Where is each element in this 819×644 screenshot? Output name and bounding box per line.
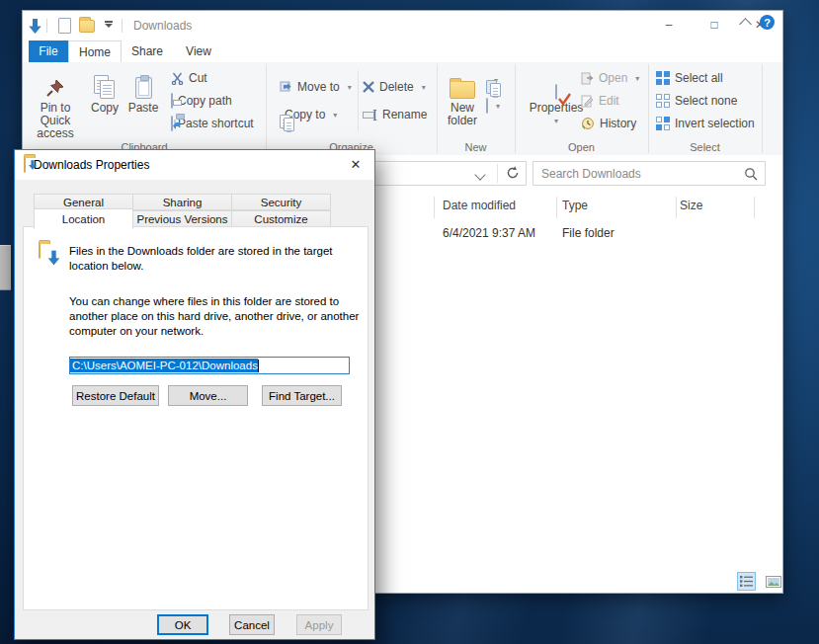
column-header-type[interactable]: Type bbox=[562, 194, 588, 216]
location-tab-panel: Files in the Downloads folder are stored… bbox=[23, 226, 369, 610]
tab-sharing[interactable]: Sharing bbox=[132, 194, 232, 210]
pin-icon bbox=[44, 65, 66, 99]
group-label-select: Select bbox=[648, 141, 762, 153]
help-icon[interactable]: ? bbox=[760, 15, 775, 30]
downloads-folder-icon bbox=[24, 158, 26, 172]
select-all-icon bbox=[656, 71, 670, 85]
open-button: Open bbox=[581, 68, 639, 88]
cancel-button[interactable]: Cancel bbox=[229, 614, 275, 635]
new-folder-label: New folder bbox=[442, 102, 483, 127]
properties-label: Properties bbox=[530, 102, 584, 115]
apply-button[interactable]: Apply bbox=[296, 614, 342, 635]
rename-button[interactable]: Rename bbox=[363, 105, 427, 124]
tab-view[interactable]: View bbox=[173, 40, 224, 62]
cut-button[interactable]: Cut bbox=[171, 68, 207, 88]
desktop-edge-artifact bbox=[0, 245, 11, 290]
pin-label: Pin to Quick access bbox=[25, 102, 86, 140]
paste-shortcut-icon bbox=[171, 117, 173, 130]
column-header-size[interactable]: Size bbox=[680, 194, 702, 216]
thumbnail-view-button[interactable] bbox=[764, 572, 782, 591]
copy-path-button[interactable]: Copy path bbox=[171, 91, 232, 111]
paste-shortcut-label: Paste shortcut bbox=[178, 117, 254, 130]
tab-share[interactable]: Share bbox=[122, 40, 173, 62]
location-change-text: You can change where files in this folde… bbox=[69, 294, 362, 339]
rename-icon bbox=[363, 110, 377, 121]
new-item-button[interactable] bbox=[486, 70, 498, 90]
explorer-titlebar: Downloads – □ ✕ bbox=[23, 11, 782, 40]
delete-icon bbox=[363, 81, 374, 93]
edit-button: Edit bbox=[581, 91, 619, 111]
qat-properties-icon[interactable] bbox=[58, 18, 70, 34]
move-button[interactable]: Move... bbox=[168, 385, 248, 406]
select-none-label: Select none bbox=[675, 94, 737, 108]
easy-access-button[interactable] bbox=[486, 96, 500, 116]
column-header-date-modified[interactable]: Date modified bbox=[443, 194, 516, 216]
group-open: Properties ▾ Open Edit bbox=[515, 62, 648, 155]
paste-button[interactable]: Paste bbox=[125, 65, 161, 115]
paste-shortcut-button[interactable]: Paste shortcut bbox=[171, 114, 254, 133]
tab-security[interactable]: Security bbox=[231, 194, 331, 210]
address-divider bbox=[497, 164, 498, 183]
select-none-button[interactable]: Select none bbox=[656, 91, 737, 111]
ok-button[interactable]: OK bbox=[157, 614, 208, 635]
ribbon-tabstrip: File Home Share View bbox=[23, 40, 782, 63]
downloads-window-icon bbox=[29, 19, 41, 34]
text-caret bbox=[258, 360, 259, 372]
address-dropdown-icon[interactable] bbox=[474, 169, 485, 180]
file-date-modified: 6/4/2021 9:37 AM bbox=[443, 226, 535, 240]
pin-to-quick-access-button[interactable]: Pin to Quick access bbox=[25, 65, 86, 140]
properties-icon bbox=[555, 65, 557, 99]
properties-button[interactable]: Properties ▾ bbox=[536, 65, 576, 127]
copy-to-button[interactable]: Copy to bbox=[280, 105, 337, 124]
details-view-icon bbox=[740, 576, 753, 587]
dialog-tabs: General Sharing Security Location Previo… bbox=[34, 194, 330, 229]
delete-button[interactable]: Delete bbox=[363, 77, 426, 97]
find-target-button[interactable]: Find Target... bbox=[262, 385, 342, 406]
details-view-button[interactable] bbox=[737, 572, 756, 591]
refresh-icon[interactable] bbox=[505, 165, 521, 181]
minimize-button[interactable]: – bbox=[646, 11, 692, 39]
location-path-input[interactable]: C:\Users\AOMEI-PC-012\Downloads bbox=[69, 357, 350, 374]
group-clipboard: Pin to Quick access Copy Paste Cut bbox=[23, 62, 266, 155]
downloads-properties-dialog: Downloads Properties ✕ General Sharing S… bbox=[14, 149, 375, 640]
history-button[interactable]: History bbox=[581, 114, 636, 133]
rename-label: Rename bbox=[382, 108, 427, 121]
select-all-label: Select all bbox=[675, 71, 723, 85]
tab-location[interactable]: Location bbox=[34, 208, 133, 229]
invert-selection-button[interactable]: Invert selection bbox=[656, 114, 755, 133]
qat-customize-dropdown-icon[interactable] bbox=[101, 24, 113, 28]
paste-label: Paste bbox=[128, 102, 159, 115]
collapse-ribbon-icon[interactable] bbox=[739, 18, 752, 31]
select-none-icon bbox=[656, 94, 670, 108]
search-box[interactable] bbox=[532, 161, 766, 186]
edit-label: Edit bbox=[599, 94, 619, 108]
copy-path-icon bbox=[171, 94, 173, 108]
group-label-open: Open bbox=[515, 141, 648, 153]
copy-button[interactable]: Copy bbox=[88, 65, 122, 115]
move-to-icon bbox=[280, 81, 292, 93]
maximize-button[interactable]: □ bbox=[692, 11, 737, 39]
search-icon[interactable] bbox=[744, 167, 758, 181]
copy-path-label: Copy path bbox=[178, 94, 232, 108]
cut-label: Cut bbox=[189, 71, 207, 85]
move-to-button[interactable]: Move to bbox=[280, 77, 352, 97]
qat-new-folder-icon[interactable] bbox=[79, 20, 95, 33]
restore-default-button[interactable]: Restore Default bbox=[72, 385, 159, 406]
search-input[interactable] bbox=[533, 167, 744, 181]
tab-home[interactable]: Home bbox=[68, 40, 122, 62]
group-new: New folder New bbox=[437, 62, 515, 155]
copy-icon bbox=[94, 65, 116, 99]
file-type: File folder bbox=[562, 226, 614, 240]
dialog-close-icon[interactable]: ✕ bbox=[341, 152, 370, 176]
window-title: Downloads bbox=[133, 19, 192, 33]
invert-selection-icon bbox=[656, 117, 670, 130]
edit-icon bbox=[581, 95, 594, 108]
tab-file[interactable]: File bbox=[29, 40, 68, 62]
select-all-button[interactable]: Select all bbox=[656, 68, 723, 88]
location-info-text: Files in the Downloads folder are stored… bbox=[69, 244, 356, 274]
properties-dropdown-icon: ▾ bbox=[554, 115, 558, 127]
new-folder-button[interactable]: New folder bbox=[442, 65, 483, 127]
downloads-folder-large-icon bbox=[39, 244, 41, 258]
ribbon: Pin to Quick access Copy Paste Cut bbox=[23, 62, 782, 156]
delete-label: Delete bbox=[379, 80, 414, 94]
